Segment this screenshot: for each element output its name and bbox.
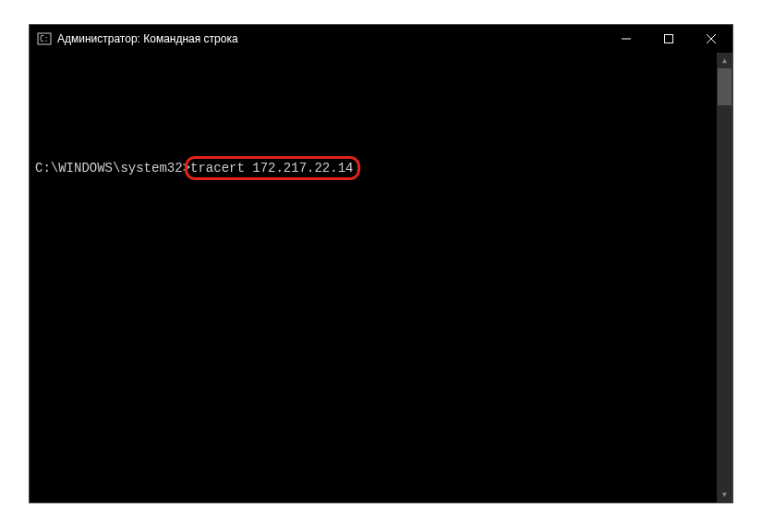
close-button[interactable] <box>690 25 732 53</box>
scroll-up-icon[interactable]: ▲ <box>717 53 732 68</box>
command-highlight: tracert 172.217.22.14 <box>190 160 353 176</box>
minimize-button[interactable] <box>605 25 647 53</box>
prompt-path: C:\WINDOWS\system32> <box>35 160 190 176</box>
window-controls <box>605 25 732 53</box>
maximize-button[interactable] <box>647 25 690 53</box>
terminal-content: C:\WINDOWS\system32>tracert 172.217.22.1… <box>30 53 732 210</box>
window-title: Администратор: Командная строка <box>57 32 238 45</box>
titlebar[interactable]: C: Администратор: Командная строка <box>30 25 732 53</box>
scrollbar[interactable]: ▲ ▼ <box>717 53 732 502</box>
scroll-down-icon[interactable]: ▼ <box>717 487 732 502</box>
svg-rect-3 <box>665 35 673 43</box>
cmd-window: C: Администратор: Командная строка C <box>29 24 733 503</box>
prompt-line: C:\WINDOWS\system32>tracert 172.217.22.1… <box>35 160 732 176</box>
scrollbar-thumb[interactable] <box>718 68 732 105</box>
cmd-icon: C: <box>37 31 52 46</box>
terminal-area[interactable]: C:\WINDOWS\system32>tracert 172.217.22.1… <box>30 53 732 502</box>
command-text: tracert 172.217.22.14 <box>190 161 353 175</box>
svg-text:C:: C: <box>40 35 49 43</box>
